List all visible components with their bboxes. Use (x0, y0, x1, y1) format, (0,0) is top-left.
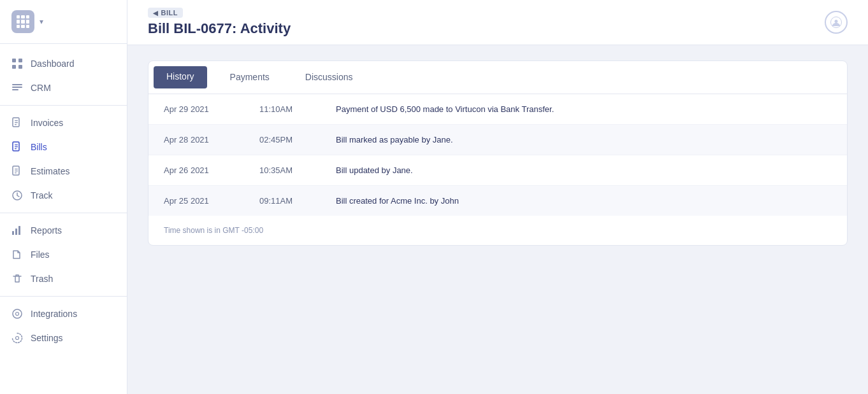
sidebar-item-files[interactable]: Files (0, 243, 127, 267)
activity-description: Payment of USD 6,500 made to Virtucon vi… (336, 104, 832, 114)
table-row: Apr 28 2021 02:45PM Bill marked as payab… (148, 125, 847, 155)
activity-date: Apr 26 2021 (164, 165, 234, 175)
crm-icon (11, 82, 23, 94)
breadcrumb-label: BILL (161, 9, 178, 17)
svg-point-27 (835, 20, 838, 23)
settings-icon (11, 332, 23, 344)
activity-description: Bill created for Acme Inc. by John (336, 196, 832, 206)
sidebar-item-settings[interactable]: Settings (0, 326, 127, 350)
svg-rect-2 (12, 65, 16, 69)
dashboard-icon (11, 58, 23, 69)
sidebar-item-track[interactable]: Track (0, 183, 127, 208)
sidebar-item-label: Integrations (31, 309, 77, 319)
svg-rect-17 (15, 171, 18, 171)
svg-rect-5 (12, 87, 22, 88)
sidebar-item-label: Files (31, 250, 50, 260)
tab-payments[interactable]: Payments (212, 62, 287, 94)
sidebar-item-label: Reports (31, 225, 62, 236)
activity-date: Apr 25 2021 (164, 196, 234, 206)
sidebar-item-label: Invoices (31, 118, 63, 128)
svg-rect-14 (15, 148, 17, 149)
logo-icon (11, 10, 34, 33)
sidebar-nav: Dashboard CRM (0, 44, 127, 394)
svg-rect-18 (15, 172, 17, 173)
sidebar-item-label: Settings (31, 333, 63, 343)
page-header: ◀ BILL Bill BIL-0677: Activity (127, 0, 868, 45)
breadcrumb: ◀ BILL (148, 8, 291, 18)
sidebar-item-label: Bills (31, 142, 47, 152)
activity-time: 10:35AM (259, 165, 310, 175)
table-row: Apr 29 2021 11:10AM Payment of USD 6,500… (148, 94, 847, 125)
sidebar-item-bills[interactable]: Bills (0, 135, 127, 159)
sidebar-item-label: Track (31, 190, 52, 201)
logo-chevron-icon: ▾ (40, 17, 43, 26)
svg-rect-0 (12, 59, 16, 62)
timezone-note: Time shown is in GMT -05:00 (148, 216, 847, 245)
svg-rect-16 (15, 169, 18, 169)
svg-rect-9 (15, 122, 18, 123)
activity-description: Bill updated by Jane. (336, 165, 832, 175)
sidebar-item-invoices[interactable]: Invoices (0, 111, 127, 135)
activity-date: Apr 28 2021 (164, 135, 234, 144)
svg-rect-4 (12, 84, 22, 85)
activity-time: 09:11AM (259, 196, 310, 206)
sidebar: ▾ Dashboard C (0, 0, 127, 394)
sidebar-item-label: CRM (31, 83, 51, 93)
integrations-icon (11, 308, 23, 320)
activity-time: 11:10AM (259, 104, 310, 114)
activity-description: Bill marked as payable by Jane. (336, 135, 832, 144)
activity-date: Apr 29 2021 (164, 104, 234, 114)
activity-time: 02:45PM (259, 135, 310, 144)
svg-rect-1 (18, 59, 22, 62)
main-area: ◀ BILL Bill BIL-0677: Activity History P… (127, 0, 868, 394)
svg-rect-12 (15, 144, 18, 145)
app-logo[interactable]: ▾ (0, 0, 127, 44)
sidebar-item-reports[interactable]: Reports (0, 218, 127, 243)
trash-icon (11, 273, 23, 285)
svg-rect-3 (18, 65, 22, 69)
bills-icon (11, 141, 23, 153)
svg-rect-8 (15, 120, 18, 121)
reports-icon (11, 225, 23, 236)
sidebar-item-integrations[interactable]: Integrations (0, 302, 127, 326)
svg-rect-13 (15, 146, 18, 147)
svg-point-23 (13, 309, 22, 318)
tab-bar: History Payments Discussions (148, 61, 847, 94)
sidebar-item-crm[interactable]: CRM (0, 76, 127, 100)
track-icon (11, 190, 23, 201)
activity-card: History Payments Discussions Apr 29 2021… (148, 60, 848, 246)
header-left: ◀ BILL Bill BIL-0677: Activity (148, 8, 291, 37)
sidebar-item-dashboard[interactable]: Dashboard (0, 52, 127, 76)
svg-rect-20 (12, 231, 14, 235)
user-avatar[interactable] (825, 11, 848, 34)
svg-rect-22 (18, 226, 20, 235)
breadcrumb-back-button[interactable]: ◀ BILL (148, 8, 183, 18)
sidebar-item-label: Trash (31, 274, 53, 284)
svg-rect-6 (12, 89, 18, 90)
table-row: Apr 25 2021 09:11AM Bill created for Acm… (148, 186, 847, 216)
page-title: Bill BIL-0677: Activity (148, 20, 291, 37)
files-icon (11, 249, 23, 260)
sidebar-item-label: Estimates (31, 166, 69, 176)
sidebar-item-estimates[interactable]: Estimates (0, 159, 127, 183)
activity-table: Apr 29 2021 11:10AM Payment of USD 6,500… (148, 94, 847, 216)
svg-point-24 (16, 313, 19, 316)
breadcrumb-chevron-icon: ◀ (153, 10, 159, 17)
tab-discussions[interactable]: Discussions (287, 62, 371, 94)
sidebar-item-label: Dashboard (31, 59, 75, 69)
tab-history[interactable]: History (154, 66, 207, 88)
svg-rect-10 (15, 124, 17, 125)
svg-point-25 (16, 337, 19, 340)
table-row: Apr 26 2021 10:35AM Bill updated by Jane… (148, 155, 847, 186)
estimates-icon (11, 165, 23, 177)
invoices-icon (11, 117, 23, 129)
svg-rect-21 (15, 229, 17, 235)
sidebar-item-trash[interactable]: Trash (0, 267, 127, 291)
content-area: History Payments Discussions Apr 29 2021… (127, 45, 868, 394)
